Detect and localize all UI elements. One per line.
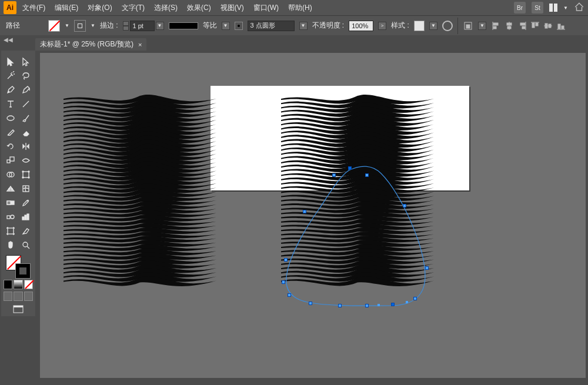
anchor-point[interactable] [284, 258, 288, 262]
fill-dropdown-icon[interactable]: ▼ [65, 23, 69, 28]
anchor-point[interactable] [365, 304, 369, 307]
paintbrush-tool[interactable] [19, 112, 33, 125]
ellipse-tool[interactable] [4, 112, 18, 125]
graphic-style-dropdown-icon[interactable]: ▼ [429, 22, 437, 30]
anchor-point[interactable] [338, 304, 342, 307]
document-tab-title: 未标题-1* @ 25% (RGB/预览) [40, 39, 133, 49]
slice-tool[interactable] [19, 225, 33, 237]
pen-tool[interactable] [4, 83, 18, 96]
anchor-point[interactable] [282, 280, 285, 284]
stroke-dropdown-icon[interactable]: ▼ [91, 23, 95, 28]
rotate-tool[interactable] [4, 140, 18, 153]
draw-normal[interactable] [4, 292, 12, 301]
stroke-indicator[interactable] [15, 263, 31, 279]
stock-button[interactable]: St [532, 2, 543, 14]
stroke-weight-dropdown-icon[interactable]: ▼ [156, 22, 164, 30]
anchor-point[interactable] [348, 166, 352, 170]
brush-definition-input[interactable] [248, 21, 295, 31]
type-tool[interactable] [4, 98, 18, 111]
search-icon[interactable] [574, 2, 584, 14]
canvas[interactable] [40, 53, 586, 378]
gradient-tool[interactable] [4, 196, 18, 209]
width-tool[interactable] [19, 154, 33, 167]
anchor-point[interactable] [391, 303, 395, 306]
recolor-artwork-icon[interactable] [442, 21, 453, 31]
anchor-point[interactable] [288, 293, 291, 297]
menu-edit[interactable]: 编辑(E) [51, 3, 82, 13]
magic-wand-tool[interactable] [4, 69, 18, 82]
variable-width-profile[interactable] [169, 22, 198, 29]
stroke-weight-down[interactable] [123, 26, 129, 31]
draw-behind[interactable] [14, 292, 22, 301]
opacity-input[interactable] [349, 21, 373, 31]
menu-object[interactable]: 对象(O) [84, 3, 115, 13]
selected-path[interactable] [272, 159, 460, 335]
proportional-dropdown-icon[interactable]: ▼ [222, 22, 230, 30]
lasso-tool[interactable] [19, 69, 33, 82]
menu-window[interactable]: 窗口(W) [250, 3, 282, 13]
align-left-button[interactable] [491, 21, 502, 31]
shape-builder-tool[interactable] [4, 168, 18, 181]
eraser-tool[interactable] [19, 126, 33, 139]
bridge-button[interactable]: Br [514, 2, 526, 14]
menu-view[interactable]: 视图(V) [217, 3, 248, 13]
scale-tool[interactable] [4, 154, 18, 167]
blend-tool[interactable] [4, 210, 18, 223]
perspective-grid-tool[interactable] [4, 182, 18, 195]
stroke-weight-up[interactable] [123, 21, 129, 26]
align-vcenter-button[interactable] [543, 21, 553, 31]
direct-selection-tool[interactable] [19, 55, 33, 68]
align-top-button[interactable] [530, 21, 540, 31]
arrange-documents-button[interactable] [549, 4, 557, 12]
brush-definition-preview[interactable] [235, 22, 243, 30]
zoom-tool[interactable] [19, 239, 33, 252]
color-mode-none[interactable] [24, 280, 33, 289]
align-hcenter-button[interactable] [504, 21, 514, 31]
handle-point[interactable] [406, 301, 408, 303]
column-graph-tool[interactable] [19, 210, 33, 223]
document-tab[interactable]: 未标题-1* @ 25% (RGB/预览) × [35, 38, 146, 51]
hand-tool[interactable] [4, 239, 18, 252]
selection-tool[interactable] [4, 55, 18, 68]
artboard-tool[interactable] [4, 225, 18, 237]
screen-mode-button[interactable] [4, 302, 33, 314]
color-mode-solid[interactable] [4, 280, 12, 289]
panel-collapse-icon[interactable]: ◀◀ [4, 36, 13, 43]
align-to-dropdown-icon[interactable]: ▼ [478, 22, 486, 30]
handle-point[interactable] [377, 304, 380, 306]
reflect-tool[interactable] [19, 140, 33, 153]
arrange-dropdown-icon[interactable]: ▼ [563, 5, 568, 11]
close-tab-button[interactable]: × [138, 41, 142, 48]
anchor-point[interactable] [309, 302, 312, 305]
draw-inside[interactable] [24, 292, 33, 301]
stroke-weight-stepper[interactable]: ▼ [123, 21, 164, 31]
opacity-dropdown-icon[interactable]: > [378, 22, 386, 30]
menu-select[interactable]: 选择(S) [151, 3, 181, 13]
color-mode-gradient[interactable] [14, 280, 22, 289]
menu-file[interactable]: 文件(F) [19, 3, 49, 13]
align-to-button[interactable] [463, 21, 473, 31]
pencil-tool[interactable] [4, 126, 18, 139]
anchor-point[interactable] [413, 297, 417, 300]
line-segment-tool[interactable] [19, 98, 33, 111]
menu-type[interactable]: 文字(T) [118, 3, 148, 13]
fill-stroke-indicator[interactable] [4, 253, 33, 279]
graphic-style-swatch[interactable] [414, 21, 425, 31]
anchor-point[interactable] [332, 173, 336, 177]
fill-swatch[interactable] [48, 20, 60, 32]
anchor-point[interactable] [365, 173, 369, 177]
align-bottom-button[interactable] [556, 21, 566, 31]
align-right-button[interactable] [517, 21, 527, 31]
menu-effect[interactable]: 效果(C) [183, 3, 215, 13]
menu-help[interactable]: 帮助(H) [285, 3, 316, 13]
anchor-point[interactable] [425, 266, 429, 270]
mesh-tool[interactable] [19, 182, 33, 195]
anchor-point[interactable] [303, 210, 306, 213]
curvature-tool[interactable] [19, 83, 33, 96]
eyedropper-tool[interactable] [19, 196, 33, 209]
free-transform-tool[interactable] [19, 168, 33, 181]
stroke-swatch[interactable] [74, 20, 86, 32]
brush-definition-dropdown-icon[interactable]: ▼ [299, 22, 308, 30]
stroke-weight-input[interactable] [130, 21, 155, 31]
anchor-point[interactable] [403, 204, 406, 207]
